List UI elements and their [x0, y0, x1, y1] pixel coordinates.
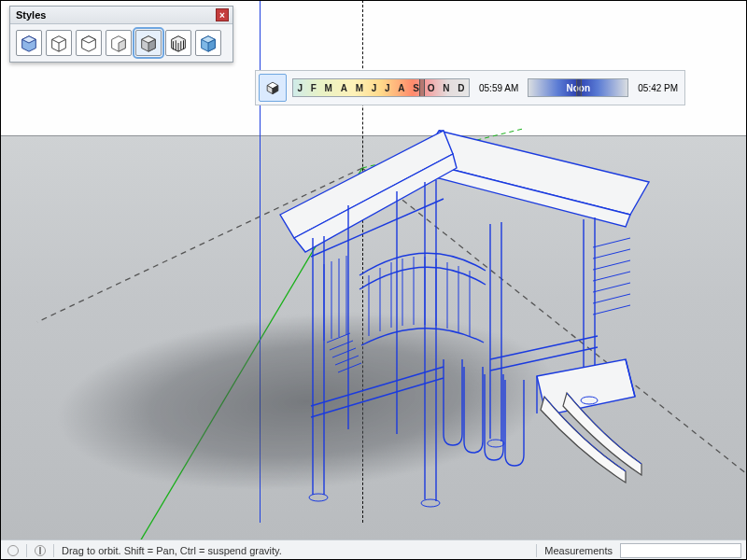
- help-icon[interactable]: [7, 545, 19, 556]
- styles-swatch-row: [10, 24, 233, 62]
- styles-panel-titlebar[interactable]: Styles ×: [10, 7, 233, 24]
- date-slider[interactable]: JFMAMJJASOND: [292, 78, 470, 97]
- style-hidden-line[interactable]: [76, 30, 102, 56]
- close-icon[interactable]: ×: [216, 8, 229, 21]
- shadows-toolbar[interactable]: JFMAMJJASOND 05:59 AM Noon 05:42 PM: [255, 70, 685, 105]
- svg-line-60: [52, 39, 59, 43]
- shadow-toggle-button[interactable]: [259, 74, 287, 102]
- style-xray[interactable]: [195, 30, 221, 56]
- measurements-label: Measurements: [537, 545, 620, 556]
- time-slider-handle[interactable]: [576, 78, 582, 97]
- styles-panel-title: Styles: [16, 9, 46, 21]
- status-bar: Drag to orbit. Shift = Pan, Ctrl = suspe…: [0, 539, 747, 560]
- style-wireframe[interactable]: [46, 30, 72, 56]
- style-shaded-textures[interactable]: [16, 30, 42, 56]
- styles-panel[interactable]: Styles ×: [9, 6, 233, 63]
- info-icon[interactable]: [35, 545, 46, 556]
- style-monochrome[interactable]: [135, 30, 162, 56]
- style-sketchy-edges[interactable]: [165, 30, 191, 56]
- measurements-input[interactable]: [620, 543, 741, 558]
- sunset-time: 05:42 PM: [634, 83, 682, 93]
- statusbar-hint: Drag to orbit. Shift = Pan, Ctrl = suspe…: [54, 545, 289, 556]
- style-shaded[interactable]: [106, 30, 132, 56]
- sunrise-time: 05:59 AM: [475, 83, 522, 93]
- month-letters: JFMAMJJASOND: [293, 79, 469, 96]
- horizon-line: [0, 135, 747, 136]
- svg-line-61: [59, 39, 65, 43]
- date-slider-handle[interactable]: [419, 78, 425, 97]
- time-slider[interactable]: Noon: [528, 78, 628, 97]
